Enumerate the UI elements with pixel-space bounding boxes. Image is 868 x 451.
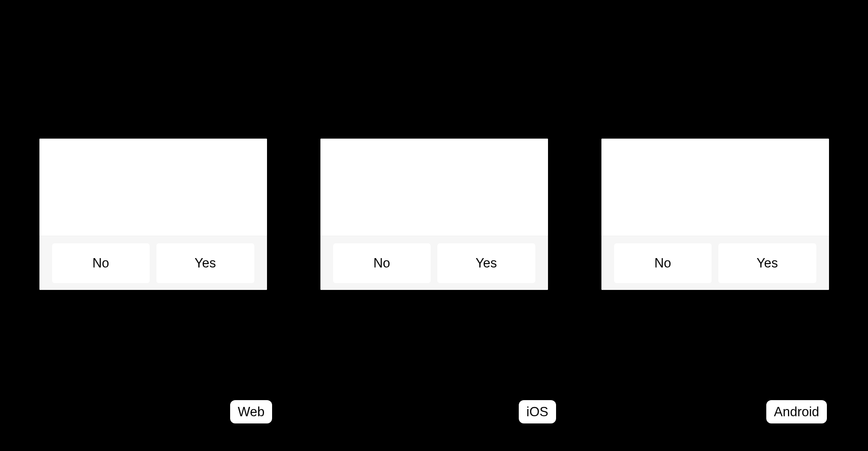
platform-labels-row: Web iOS Android	[0, 400, 868, 430]
dialog-body	[39, 139, 267, 236]
dialog-panel-ios: No Yes	[320, 139, 548, 290]
dialog-panel-web: No Yes	[39, 139, 267, 290]
no-button[interactable]: No	[333, 243, 431, 283]
yes-button[interactable]: Yes	[437, 243, 535, 283]
no-button[interactable]: No	[52, 243, 150, 283]
dialog-footer: No Yes	[39, 236, 267, 290]
panels-row: No Yes No Yes No Yes	[0, 139, 868, 290]
yes-button[interactable]: Yes	[718, 243, 816, 283]
dialog-footer: No Yes	[320, 236, 548, 290]
dialog-body	[601, 139, 829, 236]
dialog-footer: No Yes	[601, 236, 829, 290]
no-button[interactable]: No	[614, 243, 712, 283]
dialog-panel-android: No Yes	[601, 139, 829, 290]
platform-label-web: Web	[230, 400, 272, 423]
platform-label-ios: iOS	[519, 400, 556, 423]
yes-button[interactable]: Yes	[156, 243, 254, 283]
platform-label-android: Android	[766, 400, 827, 423]
dialog-body	[320, 139, 548, 236]
